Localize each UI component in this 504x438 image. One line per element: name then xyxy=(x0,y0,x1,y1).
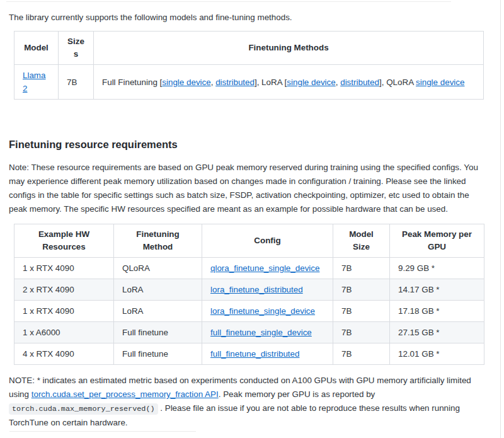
memory-cell: 27.15 GB * xyxy=(390,322,484,343)
size-cell: 7B xyxy=(333,343,390,365)
full-finetune-single-device-link[interactable]: single device xyxy=(162,78,210,87)
header-finetuning-method: Finetuning Method xyxy=(114,224,202,258)
intro-text: The library currently supports the follo… xyxy=(9,11,483,24)
config-cell: qlora_finetune_single_device xyxy=(202,258,333,279)
lora-distributed-link[interactable]: distributed xyxy=(340,78,379,87)
hw-cell: 1 x A6000 xyxy=(14,322,114,343)
models-table: Model Sizes Finetuning Methods Llama2 7B… xyxy=(14,31,484,100)
method-cell: QLoRA xyxy=(114,258,202,279)
resources-table-header-row: Example HW Resources Finetuning Method C… xyxy=(14,224,484,258)
config-link[interactable]: full_finetune_single_device xyxy=(210,328,312,337)
memory-cell: 9.29 GB * xyxy=(390,258,484,279)
table-row: 4 x RTX 4090 Full finetune full_finetune… xyxy=(14,343,484,365)
hw-cell: 2 x RTX 4090 xyxy=(14,279,114,301)
content-right-border xyxy=(500,0,501,438)
header-config: Config xyxy=(202,224,333,258)
max-memory-reserved-code: torch.cuda.max_memory_reserved() xyxy=(9,403,158,415)
table-row: 2 x RTX 4090 LoRA lora_finetune_distribu… xyxy=(14,279,484,301)
qlora-single-device-link[interactable]: single device xyxy=(416,78,464,87)
size-cell: 7B xyxy=(333,301,390,322)
config-link[interactable]: lora_finetune_single_device xyxy=(210,306,315,316)
model-cell: Llama2 xyxy=(14,65,59,100)
bottom-divider xyxy=(9,431,196,432)
methods-text: ], LoRA [ xyxy=(255,78,287,87)
table-row: 1 x RTX 4090 QLoRA qlora_finetune_single… xyxy=(14,258,484,279)
footnote-text: NOTE: * indicates an estimated metric ba… xyxy=(9,374,483,430)
size-cell: 7B xyxy=(333,279,390,301)
memory-fraction-api-link[interactable]: torch.cuda.set_per_process_memory_fracti… xyxy=(32,389,219,399)
top-divider xyxy=(6,1,451,2)
config-link[interactable]: qlora_finetune_single_device xyxy=(210,263,319,273)
header-peak-memory: Peak Memory per GPU xyxy=(390,224,484,258)
hw-cell: 4 x RTX 4090 xyxy=(14,343,114,365)
models-header-sizes: Sizes xyxy=(59,32,94,65)
full-finetune-distributed-link[interactable]: distributed xyxy=(215,78,255,87)
hw-cell: 1 x RTX 4090 xyxy=(14,258,114,279)
method-cell: Full finetune xyxy=(114,343,202,365)
doc-content: The library currently supports the follo… xyxy=(0,11,504,432)
table-row: 1 x A6000 Full finetune full_finetune_si… xyxy=(14,322,484,343)
config-cell: lora_finetune_distributed xyxy=(202,279,333,301)
config-cell: full_finetune_single_device xyxy=(202,322,333,343)
lora-single-device-link[interactable]: single device xyxy=(287,78,335,87)
models-table-header-row: Model Sizes Finetuning Methods xyxy=(14,32,484,65)
section-heading: Finetuning resource requirements xyxy=(9,137,483,151)
models-header-methods: Finetuning Methods xyxy=(94,32,484,65)
hw-cell: 1 x RTX 4090 xyxy=(14,301,114,322)
resources-table: Example HW Resources Finetuning Method C… xyxy=(14,224,484,365)
config-link[interactable]: full_finetune_distributed xyxy=(210,349,299,359)
config-link[interactable]: lora_finetune_distributed xyxy=(210,285,303,294)
methods-text: Full Finetuning [ xyxy=(102,78,162,87)
method-cell: Full finetune xyxy=(114,322,202,343)
method-cell: LoRA xyxy=(114,279,202,301)
methods-cell: Full Finetuning [single device, distribu… xyxy=(94,65,484,100)
llama2-link[interactable]: Llama2 xyxy=(23,71,45,93)
config-cell: lora_finetune_single_device xyxy=(202,301,333,322)
memory-cell: 14.17 GB * xyxy=(390,279,484,301)
header-hw-resources: Example HW Resources xyxy=(14,224,114,258)
resource-note-text: Note: These resource requirements are ba… xyxy=(9,161,483,216)
header-model-size: Model Size xyxy=(333,224,390,258)
config-cell: full_finetune_distributed xyxy=(202,343,333,365)
models-header-model: Model xyxy=(14,32,59,65)
models-table-row: Llama2 7B Full Finetuning [single device… xyxy=(14,65,484,100)
methods-text: ], QLoRA xyxy=(379,78,416,87)
table-row: 1 x RTX 4090 LoRA lora_finetune_single_d… xyxy=(14,301,484,322)
method-cell: LoRA xyxy=(114,301,202,322)
size-cell: 7B xyxy=(333,258,390,279)
memory-cell: 17.18 GB * xyxy=(390,301,484,322)
sizes-cell: 7B xyxy=(59,65,94,100)
memory-cell: 12.01 GB * xyxy=(390,343,484,365)
size-cell: 7B xyxy=(333,322,390,343)
footnote-segment: . Peak memory per GPU is as reported by xyxy=(219,389,375,399)
header-model-size-label: Model Size xyxy=(349,228,374,253)
